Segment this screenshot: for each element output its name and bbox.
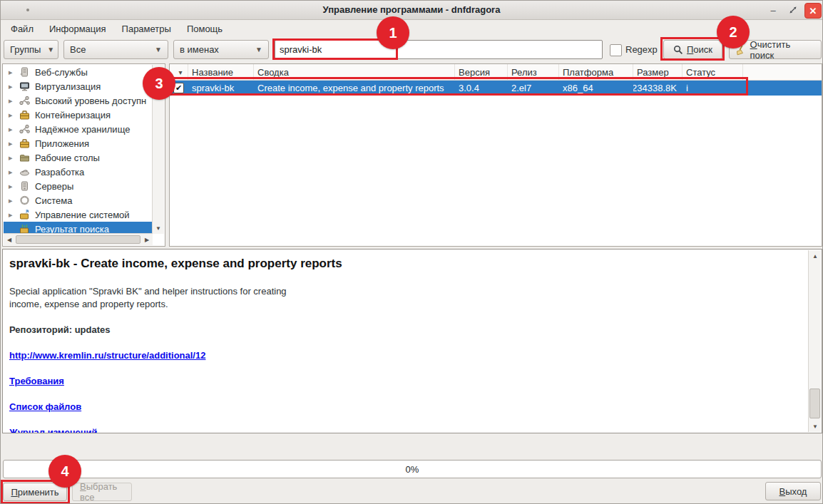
development-icon [19, 166, 31, 178]
minimize-button[interactable]: – [765, 3, 781, 17]
close-button[interactable]: ✕ [804, 3, 822, 19]
expander-icon[interactable]: ▸ [9, 139, 19, 148]
annotation-badge-4: 4 [48, 455, 81, 488]
filter-combobox[interactable]: Все ▼ [63, 40, 168, 59]
annotation-badge-2: 2 [717, 16, 750, 48]
sidebar-item-label: Приложения [35, 138, 89, 149]
sidebar-item-label: Система [35, 195, 72, 206]
search-in-combobox[interactable]: в именах ▼ [173, 40, 269, 59]
scroll-left-icon[interactable]: ◀ [4, 234, 15, 245]
sidebar-item-label: Управление системой [35, 210, 130, 220]
high-availability-icon [19, 95, 31, 106]
sidebar-item-label: Веб-службы [35, 67, 88, 78]
expander-icon[interactable]: ▸ [9, 110, 19, 120]
search-in-combobox-value: в именах [180, 44, 219, 55]
expander-icon[interactable]: ▸ [9, 168, 19, 177]
sidebar-item-search-result[interactable]: Результат поиска [4, 222, 153, 234]
select-all-button-label: Выбрать все [80, 481, 124, 503]
category-tree-panel: ▸ Веб-службы ▸ Виртуализация ▸ Высокий у… [2, 63, 165, 247]
groups-dropdown-label: Группы [10, 44, 41, 55]
cell-platform: x86_64 [559, 81, 633, 96]
file-list-link[interactable]: Список файлов [9, 401, 81, 412]
header-version[interactable]: Версия [455, 64, 508, 80]
expander-icon[interactable]: ▸ [9, 82, 19, 91]
package-details-pane: spravki-bk - Create income, expense and … [2, 249, 822, 433]
expander-icon[interactable]: ▸ [9, 210, 19, 220]
sidebar-item-label: Рабочие столы [35, 153, 100, 163]
header-summary[interactable]: Сводка [254, 64, 455, 80]
sidebar-item-web-services[interactable]: ▸ Веб-службы [4, 65, 153, 79]
chevron-down-icon: ▼ [47, 46, 54, 53]
maximize-icon [789, 6, 797, 14]
chevron-down-icon: ▾ [178, 68, 182, 76]
sidebar-item-applications[interactable]: ▸ Приложения [4, 136, 153, 150]
chevron-down-icon: ▼ [155, 46, 162, 53]
menu-file[interactable]: Файл [11, 21, 34, 36]
sidebar-item-label: Виртуализация [35, 81, 101, 92]
maximize-button[interactable] [785, 3, 801, 17]
details-title: spravki-bk - Create income, expense and … [9, 257, 342, 271]
scrollbar-thumb[interactable] [809, 389, 820, 418]
expander-icon[interactable]: ▸ [9, 153, 19, 163]
sidebar-item-system[interactable]: ▸ Система [4, 193, 153, 207]
progress-percent: 0% [406, 464, 419, 475]
regexp-checkbox[interactable] [610, 44, 622, 56]
cell-release: 2.el7 [508, 81, 559, 96]
title-bar[interactable]: Управление программами - dnfdragora – ✕ [1, 1, 822, 20]
scroll-down-icon[interactable]: ▼ [153, 222, 164, 234]
window-title: Управление программами - dnfdragora [1, 4, 822, 15]
search-button[interactable]: Поиск [663, 40, 722, 59]
header-size[interactable]: Размер [633, 64, 683, 80]
sidebar-item-label: Высокий уровень доступн [35, 96, 146, 106]
expander-icon[interactable]: ▸ [9, 182, 19, 191]
table-row[interactable]: ✔ spravki-bk Create income, expense and … [170, 81, 822, 96]
tree-horizontal-scrollbar[interactable]: ◀ ▶ [4, 233, 153, 245]
servers-icon [19, 180, 31, 192]
sidebar-item-desktops[interactable]: ▸ Рабочие столы [4, 150, 153, 165]
header-status[interactable]: Статус [683, 64, 743, 80]
groups-dropdown-button[interactable]: Группы ▼ [4, 40, 58, 59]
menu-options[interactable]: Параметры [122, 21, 171, 36]
quit-button[interactable]: Выход [765, 482, 821, 500]
expander-icon[interactable]: ▸ [9, 125, 19, 134]
changelog-link[interactable]: Журнал изменений [9, 427, 98, 433]
select-all-button[interactable]: Выбрать все [72, 483, 132, 501]
sidebar-item-virtualization[interactable]: ▸ Виртуализация [4, 79, 153, 93]
sidebar-item-system-management[interactable]: ▸ Управление системой [4, 207, 153, 222]
requirements-link[interactable]: Требования [9, 376, 64, 386]
regexp-label: Regexp [625, 44, 658, 55]
header-filler [743, 64, 822, 80]
header-platform[interactable]: Платформа [559, 64, 633, 80]
web-services-icon [19, 66, 31, 78]
clear-search-button-label: Очистить поиск [750, 39, 815, 61]
details-description-line1: Special application "Spravki BK" and hel… [9, 286, 287, 297]
storage-icon [19, 123, 31, 135]
search-input[interactable]: spravki-bk [275, 40, 603, 59]
scroll-right-icon[interactable]: ▶ [141, 234, 153, 245]
search-button-label: Поиск [687, 44, 712, 55]
menu-help[interactable]: Помощь [187, 21, 223, 36]
header-name[interactable]: Название [188, 64, 254, 80]
scrollbar-thumb[interactable] [16, 235, 140, 244]
cell-size: 234338.8K [633, 81, 683, 96]
scroll-down-icon[interactable]: ▼ [809, 421, 821, 432]
apply-button-label: Применить [11, 487, 58, 498]
menu-information[interactable]: Информация [49, 21, 106, 36]
expander-icon[interactable]: ▸ [9, 96, 19, 106]
expander-icon[interactable]: ▸ [9, 196, 19, 205]
expander-icon[interactable]: ▸ [9, 68, 19, 77]
sidebar-item-containerization[interactable]: ▸ Контейнеризация [4, 108, 153, 122]
sidebar-item-high-availability[interactable]: ▸ Высокий уровень доступн [4, 93, 153, 108]
sidebar-item-label: Серверы [35, 181, 73, 192]
scroll-up-icon[interactable]: ▲ [809, 250, 821, 262]
menu-bar: Файл Информация Параметры Помощь [1, 20, 822, 38]
details-vertical-scrollbar[interactable]: ▲ ▼ [808, 250, 821, 432]
system-icon [19, 195, 31, 206]
sidebar-item-label: Разработка [35, 167, 84, 178]
dnfdragora-window: Управление программами - dnfdragora – ✕ … [0, 0, 823, 504]
sidebar-item-storage[interactable]: ▸ Надёжное хранилище [4, 122, 153, 136]
package-url-link[interactable]: http://www.kremlin.ru/structure/addition… [9, 350, 205, 361]
sidebar-item-servers[interactable]: ▸ Серверы [4, 179, 153, 193]
sidebar-item-development[interactable]: ▸ Разработка [4, 165, 153, 179]
header-release[interactable]: Релиз [508, 64, 559, 80]
